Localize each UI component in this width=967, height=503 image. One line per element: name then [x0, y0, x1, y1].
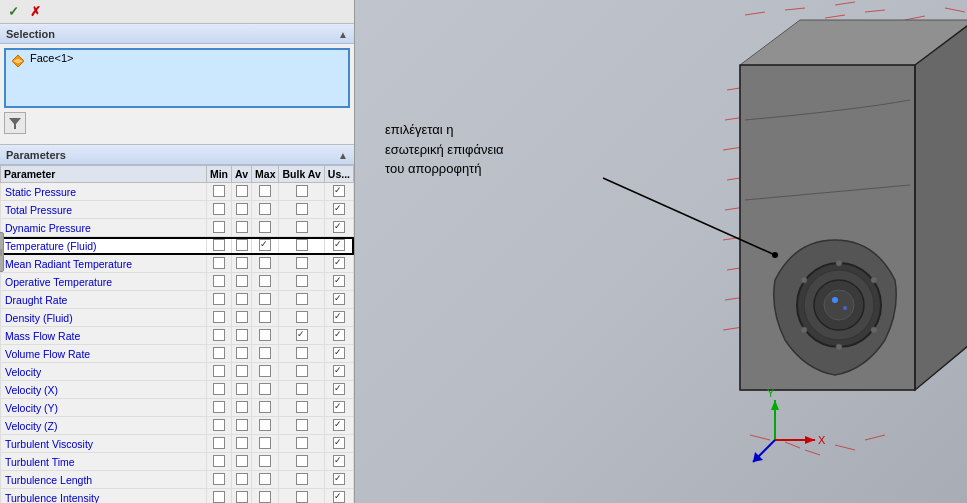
param-use-cell[interactable] [324, 489, 353, 504]
param-max-cell[interactable] [252, 255, 279, 273]
param-av-cell[interactable] [232, 399, 252, 417]
parameters-collapse-icon[interactable]: ▲ [338, 150, 348, 161]
param-max-cell[interactable] [252, 435, 279, 453]
param-av-cell[interactable] [232, 309, 252, 327]
param-av-cell[interactable] [232, 471, 252, 489]
param-bulk_av-cell[interactable] [279, 417, 324, 435]
table-row[interactable]: Velocity [1, 363, 354, 381]
param-use-cell[interactable] [324, 219, 353, 237]
param-min-cell[interactable] [206, 399, 231, 417]
param-bulk_av-cell[interactable] [279, 201, 324, 219]
param-av-cell[interactable] [232, 273, 252, 291]
param-max-cell[interactable] [252, 201, 279, 219]
param-bulk_av-cell[interactable] [279, 471, 324, 489]
param-min-cell[interactable] [206, 237, 231, 255]
param-min-cell[interactable] [206, 435, 231, 453]
param-use-cell[interactable] [324, 183, 353, 201]
param-av-cell[interactable] [232, 255, 252, 273]
table-row[interactable]: Velocity (X) [1, 381, 354, 399]
cancel-button[interactable]: ✗ [26, 3, 44, 21]
table-row[interactable]: Dynamic Pressure [1, 219, 354, 237]
param-min-cell[interactable] [206, 219, 231, 237]
param-bulk_av-cell[interactable] [279, 237, 324, 255]
table-row[interactable]: Density (Fluid) [1, 309, 354, 327]
table-row[interactable]: Turbulence Length [1, 471, 354, 489]
param-use-cell[interactable] [324, 237, 353, 255]
selection-collapse-icon[interactable]: ▲ [338, 29, 348, 40]
param-av-cell[interactable] [232, 363, 252, 381]
table-row[interactable]: Turbulent Viscosity [1, 435, 354, 453]
param-min-cell[interactable] [206, 291, 231, 309]
resize-handle[interactable]: ||| [0, 232, 4, 272]
param-bulk_av-cell[interactable] [279, 453, 324, 471]
table-row[interactable]: Turbulent Time [1, 453, 354, 471]
param-min-cell[interactable] [206, 345, 231, 363]
param-min-cell[interactable] [206, 489, 231, 504]
param-use-cell[interactable] [324, 309, 353, 327]
param-use-cell[interactable] [324, 363, 353, 381]
param-min-cell[interactable] [206, 453, 231, 471]
param-use-cell[interactable] [324, 453, 353, 471]
param-use-cell[interactable] [324, 435, 353, 453]
param-use-cell[interactable] [324, 399, 353, 417]
param-max-cell[interactable] [252, 327, 279, 345]
param-bulk_av-cell[interactable] [279, 489, 324, 504]
param-bulk_av-cell[interactable] [279, 273, 324, 291]
param-bulk_av-cell[interactable] [279, 399, 324, 417]
param-max-cell[interactable] [252, 237, 279, 255]
table-row[interactable]: Volume Flow Rate [1, 345, 354, 363]
table-row[interactable]: Static Pressure [1, 183, 354, 201]
table-row[interactable]: Total Pressure [1, 201, 354, 219]
table-row[interactable]: Mass Flow Rate [1, 327, 354, 345]
param-bulk_av-cell[interactable] [279, 381, 324, 399]
param-max-cell[interactable] [252, 273, 279, 291]
param-av-cell[interactable] [232, 327, 252, 345]
param-use-cell[interactable] [324, 201, 353, 219]
param-bulk_av-cell[interactable] [279, 291, 324, 309]
table-row[interactable]: Velocity (Y) [1, 399, 354, 417]
table-row[interactable]: Operative Temperature [1, 273, 354, 291]
param-av-cell[interactable] [232, 219, 252, 237]
param-max-cell[interactable] [252, 489, 279, 504]
param-bulk_av-cell[interactable] [279, 183, 324, 201]
param-av-cell[interactable] [232, 417, 252, 435]
param-av-cell[interactable] [232, 435, 252, 453]
param-max-cell[interactable] [252, 471, 279, 489]
param-max-cell[interactable] [252, 291, 279, 309]
param-bulk_av-cell[interactable] [279, 327, 324, 345]
table-row[interactable]: Draught Rate [1, 291, 354, 309]
param-min-cell[interactable] [206, 183, 231, 201]
params-table-container[interactable]: Parameter Min Av Max Bulk Av Us... Stati… [0, 165, 354, 503]
param-max-cell[interactable] [252, 309, 279, 327]
param-max-cell[interactable] [252, 399, 279, 417]
param-max-cell[interactable] [252, 345, 279, 363]
param-min-cell[interactable] [206, 363, 231, 381]
param-min-cell[interactable] [206, 309, 231, 327]
param-min-cell[interactable] [206, 381, 231, 399]
param-max-cell[interactable] [252, 453, 279, 471]
table-row[interactable]: Mean Radiant Temperature [1, 255, 354, 273]
param-max-cell[interactable] [252, 219, 279, 237]
param-av-cell[interactable] [232, 237, 252, 255]
param-use-cell[interactable] [324, 381, 353, 399]
param-use-cell[interactable] [324, 255, 353, 273]
param-max-cell[interactable] [252, 381, 279, 399]
param-bulk_av-cell[interactable] [279, 363, 324, 381]
param-av-cell[interactable] [232, 453, 252, 471]
table-row[interactable]: Temperature (Fluid) [1, 237, 354, 255]
param-av-cell[interactable] [232, 381, 252, 399]
param-max-cell[interactable] [252, 363, 279, 381]
param-use-cell[interactable] [324, 273, 353, 291]
param-bulk_av-cell[interactable] [279, 345, 324, 363]
param-av-cell[interactable] [232, 345, 252, 363]
param-use-cell[interactable] [324, 327, 353, 345]
param-min-cell[interactable] [206, 327, 231, 345]
param-use-cell[interactable] [324, 417, 353, 435]
table-row[interactable]: Velocity (Z) [1, 417, 354, 435]
param-use-cell[interactable] [324, 345, 353, 363]
filter-button[interactable] [4, 112, 26, 134]
param-min-cell[interactable] [206, 255, 231, 273]
param-max-cell[interactable] [252, 183, 279, 201]
param-max-cell[interactable] [252, 417, 279, 435]
param-min-cell[interactable] [206, 471, 231, 489]
